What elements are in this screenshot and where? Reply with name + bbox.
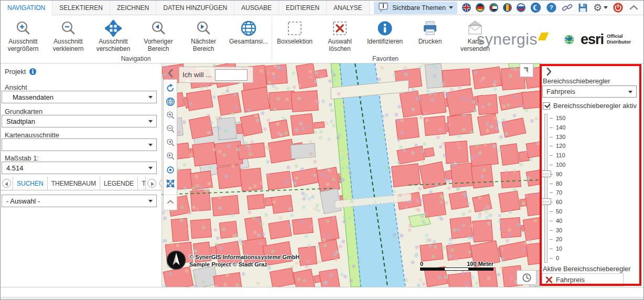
toolbar-button-label: Ausschnitt vergrößern bbox=[1, 38, 45, 52]
menu-tab-selektieren[interactable]: SELEKTIEREN bbox=[52, 1, 110, 15]
attribution-line2: Sample Project © Stadt Graz bbox=[189, 261, 299, 268]
magnifier-minus-icon bbox=[60, 19, 77, 38]
flag-romania-icon[interactable] bbox=[503, 3, 512, 12]
svg-text:?: ? bbox=[550, 4, 553, 10]
ribbon-toolbar: Ausschnitt vergrößernAusschnitt verklein… bbox=[1, 15, 643, 63]
grundkarten-select[interactable]: Stadtplan bbox=[2, 115, 157, 127]
slider-upper-handle[interactable] bbox=[541, 170, 551, 177]
refresh-map-button[interactable] bbox=[164, 81, 177, 95]
remove-x-icon[interactable] bbox=[545, 276, 553, 284]
map-tool-palette bbox=[163, 79, 177, 210]
sidebar-collapse-chevron-left-icon[interactable] bbox=[165, 68, 176, 79]
magnifier-plus-icon bbox=[15, 19, 31, 38]
massstab-select[interactable]: 4.514 bbox=[2, 162, 157, 174]
slider-tick-label: 150 bbox=[556, 115, 565, 121]
toolbar-button-nächster-bereich[interactable]: Nächster Bereich bbox=[181, 15, 226, 55]
save-icon[interactable] bbox=[577, 2, 588, 13]
toolbar-button-drucken[interactable]: Drucken bbox=[407, 15, 453, 55]
slider-tick-label: 70 bbox=[556, 189, 562, 196]
toolbar-button-boxselektion[interactable]: Boxselektion bbox=[272, 15, 317, 55]
flag-germany-icon[interactable] bbox=[476, 3, 485, 12]
flag-uae-icon[interactable] bbox=[489, 3, 498, 12]
slider-lower-handle[interactable] bbox=[541, 198, 551, 205]
link-icon[interactable] bbox=[562, 2, 573, 13]
massstab-value: 4.514 bbox=[6, 164, 24, 172]
tabstrip-scroll-right-button[interactable] bbox=[147, 179, 156, 188]
clock-icon bbox=[521, 272, 532, 283]
menu-tab-navigation[interactable]: NAVIGATION bbox=[1, 1, 52, 15]
kartenausschnitte-select[interactable] bbox=[2, 138, 157, 151]
slider-tick bbox=[550, 221, 553, 221]
active-range-slider-item[interactable]: Fahrpreis bbox=[542, 273, 624, 286]
vertical-range-slider: 1501401301201101009080706050403020100 bbox=[541, 63, 644, 287]
toolbar-button-ausschnitt-verkleinern[interactable]: Ausschnitt verkleinern bbox=[46, 15, 91, 55]
tab-themenbaum[interactable]: THEMENBAUM bbox=[47, 177, 100, 190]
suchen-auswahl-value: - Auswahl - bbox=[6, 197, 40, 205]
slider-tick-label: 10 bbox=[556, 245, 562, 252]
overview-map-button[interactable] bbox=[520, 63, 533, 77]
ansicht-select[interactable]: Massendaten bbox=[2, 91, 157, 103]
slider-tick-label: 20 bbox=[556, 236, 562, 242]
settings-gear-icon[interactable]: ⚙ bbox=[593, 3, 608, 13]
toolbar-button-ausschnitt-verschieben[interactable]: Ausschnitt verschieben bbox=[91, 15, 136, 55]
visible-themes-dropdown[interactable]: Sichtbare Themen bbox=[374, 2, 457, 14]
toolbar-button-identifizieren[interactable]: Identifizieren bbox=[362, 15, 407, 55]
menu-icon-row: ?⚙ bbox=[462, 2, 639, 13]
toolbar-button-label: Identifizieren bbox=[367, 38, 403, 45]
menu-tab-daten-hinzuf-gen[interactable]: DATEN HINZUFÜGEN bbox=[156, 1, 234, 15]
toolbar-button-vorheriger-bereich[interactable]: Vorheriger Bereich bbox=[136, 15, 181, 55]
map-viewport[interactable]: Ich will ... © SynerGIS Informationssyst… bbox=[162, 63, 541, 287]
time-slider-button[interactable] bbox=[517, 270, 536, 285]
toolbar-button-label: Auswahl löschen bbox=[318, 38, 362, 52]
next-view-button[interactable] bbox=[164, 149, 177, 163]
group-label-favoriten: Favoriten bbox=[272, 55, 499, 62]
esri-distributor-text: Official Distributor bbox=[607, 34, 637, 45]
flag-crescent-icon[interactable] bbox=[530, 2, 541, 13]
scalebar-bar bbox=[420, 267, 493, 271]
project-info-icon[interactable] bbox=[29, 68, 37, 76]
tab-suchen[interactable]: SUCHEN bbox=[13, 177, 47, 190]
suchen-auswahl-select[interactable]: - Auswahl - bbox=[2, 195, 157, 207]
slider-track[interactable] bbox=[544, 114, 548, 263]
toolbar-button-ausschnitt-vergrößern[interactable]: Ausschnitt vergrößern bbox=[1, 15, 46, 55]
iwill-label: Ich will ... bbox=[183, 71, 212, 79]
power-icon[interactable] bbox=[613, 2, 624, 13]
range-slider-panel: Bereichsschieberegler Fahrpreis Bereichs… bbox=[541, 63, 644, 287]
previous-view-button[interactable] bbox=[164, 136, 177, 149]
slider-tick-label: 30 bbox=[556, 227, 562, 233]
menu-tab-analyse[interactable]: ANALYSE bbox=[327, 1, 369, 15]
toolbar-button-auswahl-löschen[interactable]: Auswahl löschen bbox=[317, 15, 362, 55]
left-sidebar: Projekt Ansicht Massendaten Grundkarten … bbox=[1, 63, 162, 287]
slider-tick-label: 140 bbox=[556, 124, 565, 131]
flag-russia-icon[interactable] bbox=[517, 3, 525, 12]
tab-themen-truncated[interactable]: THE bbox=[137, 177, 146, 190]
flag-uk-icon[interactable] bbox=[462, 3, 471, 12]
tabstrip-scroll-left-button[interactable] bbox=[2, 179, 11, 188]
magnifier-right-icon bbox=[195, 19, 212, 38]
zoom-in-button[interactable] bbox=[164, 109, 177, 122]
menu-tab-editieren[interactable]: EDITIEREN bbox=[279, 1, 327, 15]
slider-tick bbox=[550, 184, 553, 184]
grundkarten-value: Stadtplan bbox=[6, 117, 35, 125]
full-extent-button[interactable] bbox=[164, 95, 177, 109]
menu-bar-right: Sichtbare Themen ?⚙ bbox=[374, 1, 643, 15]
palette-collapse-chevron-up-icon[interactable] bbox=[164, 195, 177, 208]
zoom-out-button[interactable] bbox=[164, 122, 177, 136]
help-icon[interactable]: ? bbox=[546, 2, 557, 13]
status-bar bbox=[1, 287, 643, 297]
toolbar-button-label: Boxselektion bbox=[277, 38, 313, 45]
tab-legende[interactable]: LEGENDE bbox=[100, 177, 137, 190]
toolbar-button-label: Drucken bbox=[418, 38, 442, 45]
slider-tick-label: 120 bbox=[556, 143, 565, 149]
menu-tabs: NAVIGATIONSELEKTIERENZEICHNENDATEN HINZU… bbox=[1, 1, 370, 15]
menu-tab-ausgabe[interactable]: AUSGABE bbox=[234, 1, 279, 15]
collapse-ribbon-icon[interactable] bbox=[628, 2, 639, 13]
speech-bubble-info-icon bbox=[378, 2, 389, 13]
toolbar-button-gesamtansi-[interactable]: Gesamtansi... bbox=[226, 15, 271, 55]
iwill-input[interactable] bbox=[215, 69, 248, 81]
pan-tool-button[interactable] bbox=[164, 177, 177, 190]
pointer-tool-button[interactable] bbox=[164, 163, 177, 177]
synergis-logo: synergis bbox=[477, 30, 547, 48]
slider-tick bbox=[550, 127, 553, 128]
menu-tab-zeichnen[interactable]: ZEICHNEN bbox=[110, 1, 156, 15]
